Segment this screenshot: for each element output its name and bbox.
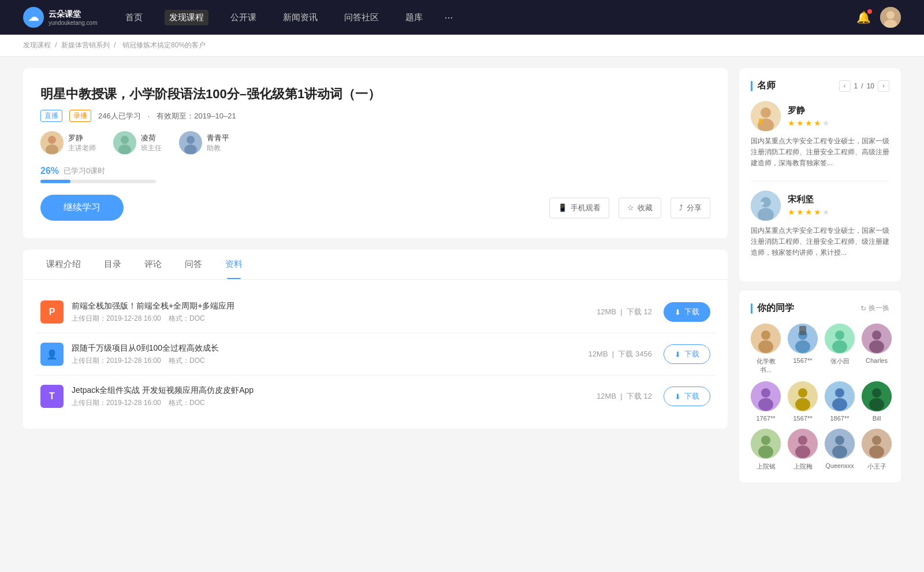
svg-point-50 bbox=[798, 436, 807, 445]
svg-point-54 bbox=[832, 445, 847, 458]
download-button-2[interactable]: ⬇ 下载 bbox=[664, 344, 710, 364]
svg-point-38 bbox=[798, 388, 807, 398]
right-sidebar: 名师 ‹ 1 / 10 › bbox=[739, 68, 901, 492]
course-meta: 直播 录播 246人已学习 · 有效期至：2019–10–21 bbox=[40, 110, 710, 122]
separator: · bbox=[148, 112, 150, 120]
sidebar-teacher-1-desc: 国内某重点大学安全工程专业硕士，国家一级注册消防工程师、注册安全工程师、高级注册… bbox=[751, 136, 889, 169]
badge-record: 录播 bbox=[69, 110, 91, 122]
nav-news[interactable]: 新闻资讯 bbox=[278, 10, 322, 25]
resource-info-2: 跟随千万级项目从0到100全过程高效成长 上传日期：2019-12-28 16:… bbox=[72, 343, 588, 366]
classmate-3[interactable]: 张小田 bbox=[825, 324, 855, 374]
tab-qa[interactable]: 问答 bbox=[173, 250, 214, 279]
download-button-3[interactable]: ⬇ 下载 bbox=[664, 387, 710, 406]
classmate-2[interactable]: 1567** bbox=[788, 324, 818, 374]
classmate-8[interactable]: Bill bbox=[862, 381, 892, 422]
download-button-1[interactable]: ⬇ 下载 bbox=[664, 302, 710, 322]
tab-resource[interactable]: 资料 bbox=[214, 250, 254, 279]
classmate-9[interactable]: 上院铭 bbox=[751, 429, 781, 471]
course-actions: 继续学习 📱 手机观看 ☆ 收藏 ⤴ 分享 bbox=[40, 195, 710, 221]
download-icon-3: ⬇ bbox=[675, 392, 681, 401]
classmate-4[interactable]: Charles bbox=[862, 324, 892, 374]
page-prev-button[interactable]: ‹ bbox=[839, 80, 851, 92]
teacher-1-name: 罗静 bbox=[68, 133, 96, 143]
resource-item-3: T Jetpack全组件实战 开发短视频应用高仿皮皮虾App 上传日期：2019… bbox=[35, 376, 716, 417]
classmate-1-name: 化学教书... bbox=[751, 357, 781, 374]
sidebar-teacher-2-header: 宋利坚 ★ ★ ★ ★ ★ bbox=[751, 191, 889, 221]
nav-discover[interactable]: 发现课程 bbox=[165, 10, 208, 25]
svg-point-20 bbox=[761, 202, 764, 205]
logo-text: 云朵课堂 yundouketang.com bbox=[49, 9, 98, 26]
navigation: ☁ 云朵课堂 yundouketang.com 首页 发现课程 公开课 新闻资讯… bbox=[0, 0, 924, 35]
nav-home[interactable]: 首页 bbox=[121, 10, 147, 25]
breadcrumb: 发现课程 / 新媒体营销系列 / 销冠修炼术搞定80%的客户 bbox=[0, 35, 924, 57]
bell-icon[interactable]: 🔔 bbox=[856, 10, 871, 24]
sidebar-teacher-1-name: 罗静 bbox=[788, 105, 830, 116]
progress-label: 26% 已学习0课时 bbox=[40, 166, 710, 176]
svg-point-6 bbox=[49, 136, 55, 143]
resource-meta-3: 上传日期：2019-12-28 16:00 格式：DOC bbox=[72, 398, 597, 408]
classmate-12[interactable]: 小王子 bbox=[862, 429, 892, 471]
teachers-sidebar-card: 名师 ‹ 1 / 10 › bbox=[739, 68, 901, 281]
download-icon-2: ⬇ bbox=[675, 350, 681, 359]
classmate-6[interactable]: 1567** bbox=[788, 381, 818, 422]
resource-info-3: Jetpack全组件实战 开发短视频应用高仿皮皮虾App 上传日期：2019-1… bbox=[72, 385, 597, 408]
sidebar-teacher-2-info: 宋利坚 ★ ★ ★ ★ ★ bbox=[788, 194, 830, 217]
svg-point-11 bbox=[187, 136, 195, 144]
classmate-11[interactable]: Queenxxx bbox=[825, 429, 855, 471]
page-next-button[interactable]: › bbox=[878, 80, 889, 92]
logo[interactable]: ☁ 云朵课堂 yundouketang.com bbox=[23, 7, 98, 28]
refresh-button[interactable]: ↻ 换一换 bbox=[860, 303, 889, 313]
classmate-7[interactable]: 1867** bbox=[825, 381, 855, 422]
breadcrumb-link-1[interactable]: 发现课程 bbox=[23, 41, 51, 49]
user-avatar[interactable] bbox=[880, 7, 901, 28]
nav-more[interactable]: ··· bbox=[445, 12, 453, 24]
tab-comment[interactable]: 评论 bbox=[133, 250, 173, 279]
classmate-10[interactable]: 上院梅 bbox=[788, 429, 818, 471]
share-button[interactable]: ⤴ 分享 bbox=[670, 198, 710, 218]
valid-until: 有效期至：2019–10–21 bbox=[157, 111, 236, 121]
svg-point-30 bbox=[832, 340, 847, 353]
tab-intro[interactable]: 课程介绍 bbox=[35, 250, 92, 279]
teacher-2-info: 凌荷 班主任 bbox=[141, 133, 162, 153]
continue-learning-button[interactable]: 继续学习 bbox=[40, 195, 124, 221]
mobile-view-button[interactable]: 📱 手机观看 bbox=[549, 198, 609, 218]
classmate-3-avatar bbox=[825, 324, 855, 354]
classmate-6-name: 1567** bbox=[793, 415, 812, 422]
tabs-body: P 前端全栈加强版！前端全栈+全周期+多端应用 上传日期：2019-12-28 … bbox=[23, 280, 728, 429]
classmate-2-avatar bbox=[788, 324, 818, 354]
student-count: 246人已学习 bbox=[98, 111, 141, 121]
progress-bar-bg bbox=[40, 180, 156, 183]
nav-open[interactable]: 公开课 bbox=[226, 10, 261, 25]
resource-meta-2: 上传日期：2019-12-28 16:00 格式：DOC bbox=[72, 356, 588, 366]
svg-point-8 bbox=[121, 136, 129, 144]
nav-quiz[interactable]: 题库 bbox=[401, 10, 427, 25]
sidebar-teacher-2: 宋利坚 ★ ★ ★ ★ ★ 国内某重点大学安全工程专业硕士，国家一级注册消防工程… bbox=[751, 191, 889, 259]
sidebar-teacher-1-stars: ★ ★ ★ ★ ★ bbox=[788, 118, 830, 128]
classmate-8-name: Bill bbox=[873, 415, 881, 422]
sidebar-teacher-1-avatar bbox=[751, 101, 781, 131]
svg-point-45 bbox=[869, 398, 884, 411]
badge-live: 直播 bbox=[40, 110, 62, 122]
tab-catalog[interactable]: 目录 bbox=[92, 250, 133, 279]
classmate-3-name: 张小田 bbox=[830, 357, 850, 366]
classmate-5[interactable]: 1767** bbox=[751, 381, 781, 422]
svg-point-22 bbox=[761, 330, 770, 340]
resource-title-3: Jetpack全组件实战 开发短视频应用高仿皮皮虾App bbox=[72, 385, 597, 396]
svg-rect-16 bbox=[759, 118, 762, 124]
breadcrumb-link-2[interactable]: 新媒体营销系列 bbox=[61, 41, 110, 49]
classmate-1-avatar bbox=[751, 324, 781, 354]
svg-point-35 bbox=[761, 388, 770, 398]
teacher-1-role: 主讲老师 bbox=[68, 143, 96, 153]
teacher-2-name: 凌荷 bbox=[141, 133, 162, 143]
classmates-title: 你的同学 ↻ 换一换 bbox=[751, 302, 889, 314]
tabs-header: 课程介绍 目录 评论 问答 资料 bbox=[23, 250, 728, 280]
svg-point-41 bbox=[835, 388, 844, 398]
sidebar-teacher-2-name: 宋利坚 bbox=[788, 194, 830, 205]
nav-qa[interactable]: 问答社区 bbox=[340, 10, 383, 25]
classmate-8-avatar bbox=[862, 381, 892, 411]
collect-button[interactable]: ☆ 收藏 bbox=[619, 198, 661, 218]
teacher-3: 青青平 助教 bbox=[179, 131, 229, 154]
classmate-1[interactable]: 化学教书... bbox=[751, 324, 781, 374]
title-bar-accent bbox=[751, 81, 752, 91]
classmate-11-avatar bbox=[825, 429, 855, 459]
